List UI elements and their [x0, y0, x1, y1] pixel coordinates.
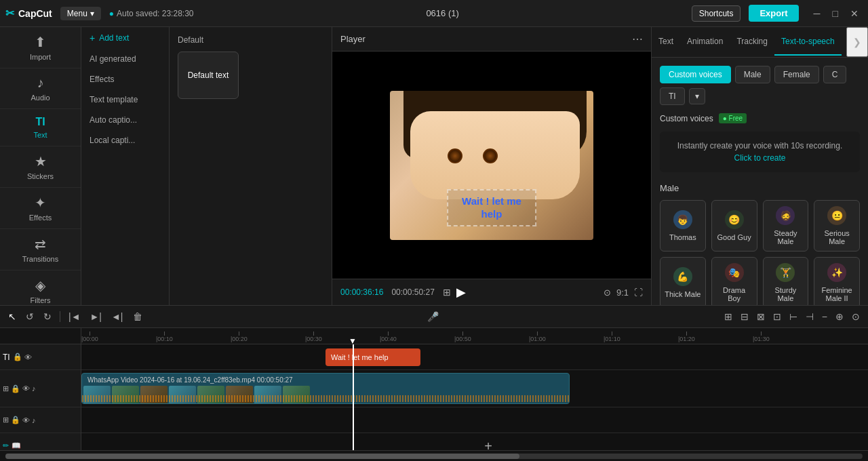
toolbar-item-filters[interactable]: ◈ Filters — [0, 270, 81, 305]
text-template-button[interactable]: Text template — [81, 89, 169, 110]
split-button[interactable]: |◄ — [66, 310, 83, 323]
voice-card-sturdy-male[interactable]: 🏋 Sturdy Male — [763, 257, 809, 305]
voice-card-feminine-male[interactable]: ✨ Feminine Male II — [814, 257, 860, 305]
sturdy-male-label: Sturdy Male — [768, 286, 804, 302]
timeline-tool-4[interactable]: ⊡ — [770, 310, 784, 323]
zoom-in-button[interactable]: ⊕ — [833, 310, 846, 323]
fullscreen-button[interactable]: ⛶ — [634, 287, 643, 298]
voice-card-good-guy[interactable]: 😊 Good Guy — [711, 200, 757, 252]
player-menu-button[interactable]: ⋯ — [632, 33, 643, 45]
toolbar-item-text[interactable]: TI Text — [0, 109, 81, 146]
tab-tracking[interactable]: Tracking — [730, 28, 774, 56]
toolbar-item-audio[interactable]: ♪ Audio — [0, 68, 81, 109]
feminine-male-label: Feminine Male II — [818, 286, 855, 302]
microphone-button[interactable]: 🎤 — [425, 310, 441, 323]
click-to-create-link[interactable]: Click to create — [734, 153, 785, 163]
toolbar-item-effects[interactable]: ✦ Effects — [0, 188, 81, 229]
timeline-tool-2[interactable]: ⊟ — [738, 310, 751, 323]
custom-voices-label: Custom voices — [660, 114, 713, 123]
tab-text[interactable]: Text — [652, 28, 680, 56]
edit-icon-button[interactable]: ✏ — [3, 441, 9, 450]
minimize-button[interactable]: ─ — [810, 7, 825, 20]
timeline-tracks-left: TI 🔒 👁 ⊞ 🔒 👁 ♪ ⊞ 🔒 — [0, 328, 81, 450]
audio-track-lock-button[interactable]: 🔒 — [11, 416, 20, 424]
split-left-button[interactable]: ◄| — [108, 310, 126, 323]
timeline-tool-6[interactable]: ⊣ — [803, 310, 816, 323]
toolbar-item-transitions[interactable]: ⇄ Transitions — [0, 229, 81, 270]
default-text-card[interactable]: Default text — [178, 52, 239, 99]
ti-button[interactable]: TI — [660, 87, 685, 105]
male-button[interactable]: Male — [735, 66, 770, 83]
filters-icon: ◈ — [35, 277, 45, 294]
expand-button[interactable]: ❯ — [846, 27, 868, 57]
voice-card-thomas[interactable]: 👦 Thomas — [660, 200, 706, 252]
left-toolbar: ⬆ Import ♪ Audio TI Text ★ Stickers ✦ Ef… — [0, 27, 81, 305]
feminine-male-avatar: ✨ — [827, 263, 846, 282]
delete-button[interactable]: 🗑 — [130, 310, 145, 323]
voice-card-thick-male[interactable]: 💪 Thick Male — [660, 257, 706, 305]
toolbar-item-import[interactable]: ⬆ Import — [0, 27, 81, 68]
redo-button[interactable]: ↻ — [41, 310, 54, 323]
split-right-button[interactable]: ►| — [87, 310, 105, 323]
text-track-visible-button[interactable]: 👁 — [24, 353, 32, 361]
female-button[interactable]: Female — [774, 66, 819, 83]
timeline-settings-button[interactable]: ⊙ — [849, 310, 863, 323]
instant-create-text: Instantly create your voice with 10s rec… — [677, 141, 842, 151]
grid-view-button[interactable]: ⊞ — [443, 287, 451, 298]
tab-animation[interactable]: Animation — [680, 28, 730, 56]
add-track-button[interactable]: + — [81, 433, 868, 450]
timeline-main[interactable]: |00:00 |00:10 |00:20 |00:30 |00:40 |00:5… — [81, 328, 868, 450]
toolbar-item-stickers[interactable]: ★ Stickers — [0, 146, 81, 188]
voice-card-steady-male[interactable]: 🧔 Steady Male — [763, 200, 809, 252]
video-track-visible-button[interactable]: 👁 — [22, 384, 30, 393]
video-clip[interactable]: WhatsApp Video 2024-06-16 at 19.06.24_c2… — [81, 373, 570, 404]
timeline-scrollbar[interactable] — [5, 454, 863, 459]
auto-caption-button[interactable]: Auto captio... — [81, 110, 169, 130]
add-text-button[interactable]: + Add text — [81, 27, 169, 49]
undo-button[interactable]: ↺ — [23, 310, 37, 323]
add-track-row: ✏ 📖 — [0, 433, 81, 450]
menu-button[interactable]: Menu ▾ — [60, 7, 101, 20]
expand-voices-button[interactable]: ▾ — [689, 88, 705, 104]
text-clip[interactable]: Wait ! let me help — [326, 348, 420, 366]
c-button[interactable]: C — [823, 66, 847, 83]
close-button[interactable]: ✕ — [846, 7, 863, 20]
timeline-scrollbar-thumb[interactable] — [5, 454, 519, 459]
audio-track-visible-button[interactable]: 👁 — [22, 416, 30, 424]
video-track-audio-button[interactable]: ♪ — [32, 384, 36, 393]
steady-male-label: Steady Male — [768, 229, 804, 245]
custom-voices-button[interactable]: Custom voices — [660, 66, 731, 83]
text-track-lock-button[interactable]: 🔒 — [13, 353, 22, 361]
timeline-tool-3[interactable]: ⊠ — [754, 310, 768, 323]
autosave-indicator: ● Auto saved: 23:28:30 — [109, 9, 194, 18]
timeline-tool-1[interactable]: ⊞ — [722, 310, 735, 323]
shortcuts-button[interactable]: Shortcuts — [692, 5, 741, 22]
tab-text-to-speech[interactable]: Text-to-speech — [774, 28, 842, 56]
play-button[interactable]: ▶ — [456, 285, 466, 300]
export-button[interactable]: Export — [749, 5, 798, 22]
right-panel-tabs: Text Animation Tracking Text-to-speech ❯ — [652, 27, 868, 58]
select-tool-button[interactable]: ↖ — [5, 310, 19, 323]
audio-track-mute-button[interactable]: ♪ — [32, 416, 36, 424]
voice-card-drama-boy[interactable]: 🎭 Drama Boy — [711, 257, 757, 305]
voice-card-serious-male[interactable]: 😐 Serious Male — [814, 200, 860, 252]
scissors-icon: ✂ — [5, 7, 14, 20]
text-icon: TI — [35, 116, 45, 128]
fit-screen-button[interactable]: ⊙ — [604, 287, 611, 298]
timeline-tool-5[interactable]: ⊢ — [787, 310, 800, 323]
toolbar-label-audio: Audio — [31, 94, 50, 102]
ai-generated-button[interactable]: AI generated — [81, 49, 169, 69]
aspect-ratio-button[interactable]: 9:1 — [616, 287, 629, 298]
player: Player ⋯ — [332, 27, 651, 305]
local-caption-button[interactable]: Local capti... — [81, 130, 169, 151]
effects-button[interactable]: Effects — [81, 69, 169, 89]
video-track-lock-button[interactable]: 🔒 — [11, 384, 20, 393]
video-track-expand-button[interactable]: ⊞ — [3, 384, 9, 393]
audio-track-expand-button[interactable]: ⊞ — [3, 416, 9, 424]
bookmark-icon-button[interactable]: 📖 — [12, 441, 21, 450]
timeline-playhead[interactable] — [353, 344, 354, 450]
auto-caption-label: Auto captio... — [90, 115, 137, 125]
waveform — [82, 395, 569, 402]
maximize-button[interactable]: □ — [829, 7, 842, 20]
zoom-out-button[interactable]: − — [819, 310, 830, 323]
